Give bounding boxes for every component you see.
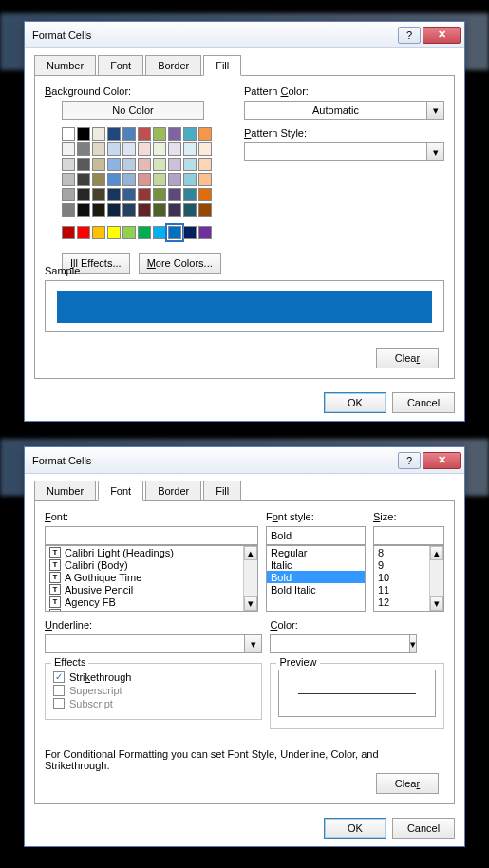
color-swatch[interactable]	[62, 158, 75, 171]
color-swatch[interactable]	[138, 173, 151, 186]
color-swatch[interactable]	[122, 173, 136, 186]
color-swatch[interactable]	[138, 158, 151, 171]
color-swatch[interactable]	[153, 188, 166, 201]
color-swatch[interactable]	[107, 173, 121, 186]
color-swatch[interactable]	[77, 226, 90, 239]
scroll-up-icon[interactable]: ▴	[430, 546, 443, 560]
close-button[interactable]: ✕	[423, 27, 461, 44]
chevron-down-icon[interactable]: ▾	[245, 634, 262, 653]
size-listbox[interactable]: 8910111214▴▾	[373, 545, 444, 612]
color-swatch[interactable]	[168, 173, 181, 186]
color-swatch[interactable]	[168, 142, 181, 156]
color-swatch[interactable]	[107, 226, 121, 239]
color-swatch[interactable]	[183, 127, 197, 141]
list-item[interactable]: TCalibri Light (Headings)	[46, 546, 257, 558]
color-swatch[interactable]	[62, 203, 75, 217]
color-swatch[interactable]	[153, 173, 166, 186]
color-swatch[interactable]	[77, 173, 90, 186]
color-swatch[interactable]	[92, 127, 105, 141]
scroll-down-icon[interactable]: ▾	[244, 596, 257, 611]
color-swatch[interactable]	[198, 142, 212, 156]
color-swatch[interactable]	[77, 158, 90, 171]
chevron-down-icon[interactable]: ▾	[427, 142, 444, 161]
superscript-checkbox[interactable]: Superscript	[53, 685, 254, 696]
color-swatch[interactable]	[122, 158, 136, 171]
clear-button[interactable]: Clear	[376, 348, 439, 368]
tab-font[interactable]: Font	[98, 55, 143, 76]
font-listbox[interactable]: TCalibri Light (Headings)TCalibri (Body)…	[45, 545, 258, 612]
color-swatch[interactable]	[77, 127, 90, 141]
chevron-down-icon[interactable]: ▾	[410, 634, 417, 653]
color-swatch[interactable]	[198, 173, 212, 186]
color-swatch[interactable]	[183, 226, 197, 239]
scrollbar[interactable]: ▴▾	[429, 546, 443, 611]
underline-dropdown[interactable]: ▾	[45, 634, 262, 653]
color-swatch[interactable]	[107, 158, 121, 171]
cancel-button[interactable]: Cancel	[392, 392, 455, 413]
color-swatch[interactable]	[153, 127, 166, 141]
color-swatch[interactable]	[122, 203, 136, 217]
color-swatch[interactable]	[62, 127, 75, 141]
color-swatch[interactable]	[62, 173, 75, 186]
color-swatch[interactable]	[183, 173, 197, 186]
color-swatch[interactable]	[168, 226, 181, 239]
color-swatch[interactable]	[107, 127, 121, 141]
color-swatch[interactable]	[168, 158, 181, 171]
color-swatch[interactable]	[198, 203, 212, 217]
list-item[interactable]: Italic	[267, 558, 365, 571]
color-swatch[interactable]	[92, 203, 105, 217]
list-item[interactable]: Bold Italic	[267, 583, 365, 595]
style-listbox[interactable]: RegularItalicBoldBold Italic	[266, 545, 366, 612]
tab-border[interactable]: Border	[145, 55, 201, 76]
color-swatch[interactable]	[92, 142, 105, 156]
scroll-up-icon[interactable]: ▴	[244, 546, 257, 560]
color-swatch[interactable]	[183, 142, 197, 156]
color-swatch[interactable]	[77, 142, 90, 156]
color-swatch[interactable]	[77, 203, 90, 217]
color-swatch[interactable]	[168, 188, 181, 201]
color-swatch[interactable]	[198, 127, 212, 141]
tab-fill[interactable]: Fill	[203, 481, 241, 501]
color-swatch[interactable]	[153, 203, 166, 217]
color-swatch[interactable]	[62, 142, 75, 156]
color-swatch[interactable]	[107, 203, 121, 217]
color-swatch[interactable]	[138, 226, 151, 239]
help-button[interactable]: ?	[398, 27, 421, 44]
color-swatch[interactable]	[198, 226, 212, 239]
pattern-style-dropdown[interactable]: ▾	[244, 142, 444, 161]
size-input[interactable]	[373, 526, 444, 545]
ok-button[interactable]: OK	[324, 818, 386, 839]
color-swatch[interactable]	[122, 188, 136, 201]
tab-number[interactable]: Number	[34, 481, 96, 501]
list-item[interactable]: TAharoni	[46, 608, 257, 612]
scroll-down-icon[interactable]: ▾	[430, 596, 443, 611]
color-swatch[interactable]	[92, 226, 105, 239]
font-style-input[interactable]	[266, 526, 366, 545]
strikethrough-checkbox[interactable]: Strikethrough	[53, 671, 254, 683]
list-item[interactable]: Bold	[267, 571, 365, 583]
color-swatch[interactable]	[62, 226, 75, 239]
tab-border[interactable]: Border	[145, 481, 201, 501]
close-button[interactable]: ✕	[423, 452, 461, 469]
list-item[interactable]: TA Gothique Time	[46, 571, 257, 583]
subscript-checkbox[interactable]: Subscript	[53, 698, 254, 709]
color-swatch[interactable]	[77, 188, 90, 201]
chevron-down-icon[interactable]: ▾	[427, 101, 444, 120]
list-item[interactable]: Regular	[267, 546, 365, 558]
color-swatch[interactable]	[198, 188, 212, 201]
ok-button[interactable]: OK	[324, 392, 386, 413]
cancel-button[interactable]: Cancel	[392, 818, 455, 839]
color-swatch[interactable]	[198, 158, 212, 171]
scrollbar[interactable]: ▴▾	[243, 546, 257, 611]
no-color-button[interactable]: No Color	[62, 101, 204, 120]
tab-fill[interactable]: Fill	[203, 55, 241, 76]
color-swatch[interactable]	[153, 226, 166, 239]
color-swatch[interactable]	[138, 127, 151, 141]
color-swatch[interactable]	[153, 158, 166, 171]
pattern-color-dropdown[interactable]: ▾	[244, 101, 444, 120]
color-swatch[interactable]	[183, 188, 197, 201]
color-swatch[interactable]	[183, 158, 197, 171]
color-swatch[interactable]	[107, 142, 121, 156]
color-swatch[interactable]	[153, 142, 166, 156]
list-item[interactable]: TAbusive Pencil	[46, 583, 257, 595]
